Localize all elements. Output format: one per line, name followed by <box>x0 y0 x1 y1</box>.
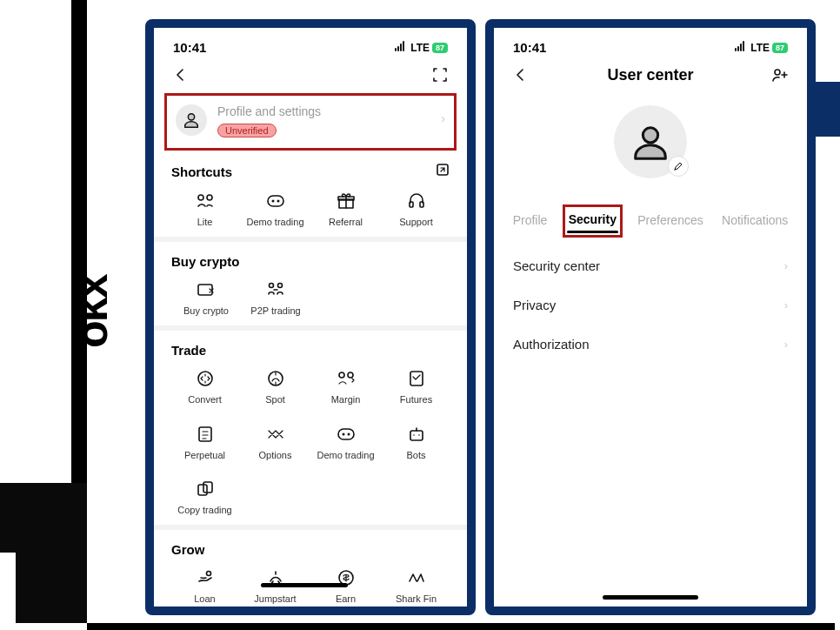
edit-avatar-button[interactable] <box>668 156 689 177</box>
shortcut-label: Spot <box>265 394 285 405</box>
shortcut-copy[interactable]: Copy trading <box>171 479 238 516</box>
svg-rect-23 <box>410 431 423 440</box>
home-indicator <box>603 595 698 600</box>
shortcut-futures[interactable]: Futures <box>383 368 450 405</box>
shortcut-demo[interactable]: Demo trading <box>242 191 309 228</box>
svg-point-3 <box>207 195 212 200</box>
status-bar: 10:41 LTE 87 <box>494 28 807 60</box>
gift-icon <box>334 191 358 211</box>
shortcut-sharkfin[interactable]: Shark Fin <box>383 567 450 605</box>
security-menu: Security center › Privacy › Authorizatio… <box>494 238 807 364</box>
svg-point-13 <box>278 284 283 288</box>
unverified-badge: Unverified <box>217 124 277 137</box>
shortcut-convert[interactable]: Convert <box>171 368 238 405</box>
shortcut-label: Buy crypto <box>183 305 229 317</box>
back-button[interactable] <box>171 65 190 84</box>
shortcut-referral[interactable]: Referral <box>312 191 379 228</box>
shortcut-label: Copy trading <box>177 505 231 516</box>
shortcut-loan[interactable]: Loan <box>171 567 238 605</box>
svg-point-12 <box>270 284 274 288</box>
status-time: 10:41 <box>513 40 546 55</box>
shortcut-label: Options <box>259 450 292 461</box>
svg-point-16 <box>339 372 344 378</box>
section-grow: Grow Loan Jumpstart Earn Shark Fin <box>154 530 467 613</box>
shortcut-support[interactable]: Support <box>383 191 450 228</box>
avatar[interactable] <box>614 105 687 178</box>
chevron-right-icon: › <box>784 259 788 272</box>
svg-point-0 <box>188 114 194 120</box>
shortcut-p2p[interactable]: P2P trading <box>241 279 310 317</box>
deco-block <box>71 0 87 26</box>
svg-rect-10 <box>420 202 423 207</box>
shortcut-label: Jumpstart <box>254 593 296 605</box>
tab-preferences[interactable]: Preferences <box>634 208 706 238</box>
svg-point-5 <box>271 200 274 203</box>
card-icon <box>194 279 218 300</box>
profile-text-col: Profile and settings Unverified <box>217 104 321 137</box>
shortcut-label: Futures <box>400 394 432 405</box>
bot-icon <box>404 424 429 445</box>
signal-icon <box>394 41 408 54</box>
shortcut-bots[interactable]: Bots <box>383 424 450 461</box>
menu-privacy[interactable]: Privacy › <box>494 285 807 325</box>
svg-rect-9 <box>410 202 413 207</box>
deco-bar <box>71 26 87 487</box>
chevron-right-icon: › <box>441 111 445 125</box>
scan-button[interactable] <box>430 65 450 84</box>
tab-notifications[interactable]: Notifications <box>718 208 791 238</box>
shortcut-label: Bots <box>406 450 425 461</box>
section-title: Buy crypto <box>171 254 239 269</box>
p2p-icon <box>263 279 288 300</box>
svg-point-17 <box>348 372 353 378</box>
menu-label: Authorization <box>513 337 590 352</box>
demo-icon <box>263 191 288 211</box>
shortcut-margin[interactable]: Margin <box>312 368 379 405</box>
tab-security[interactable]: Security <box>563 204 623 238</box>
shortcut-buy-crypto[interactable]: Buy crypto <box>171 279 241 317</box>
margin-icon <box>334 368 358 389</box>
shortcut-spot[interactable]: Spot <box>242 368 309 405</box>
lite-icon <box>193 191 217 211</box>
svg-rect-24 <box>198 485 207 495</box>
phone-settings: 10:41 LTE 87 Profile and settings Unveri… <box>145 19 476 615</box>
loan-icon <box>193 567 217 588</box>
copy-icon <box>193 479 217 499</box>
tabs: Profile Security Preferences Notificatio… <box>494 204 807 238</box>
shortcut-label: Earn <box>336 593 356 605</box>
home-indicator <box>261 583 348 587</box>
svg-rect-20 <box>338 429 354 439</box>
menu-label: Security center <box>513 258 600 273</box>
add-user-button[interactable] <box>770 65 790 84</box>
shortcut-perpetual[interactable]: Perpetual <box>171 424 238 461</box>
net-label: LTE <box>750 42 770 54</box>
back-button[interactable] <box>511 65 530 84</box>
svg-point-21 <box>342 432 344 435</box>
menu-authorization[interactable]: Authorization › <box>494 325 807 364</box>
svg-point-22 <box>347 432 350 435</box>
edit-shortcuts-button[interactable] <box>436 163 450 180</box>
status-bar: 10:41 LTE 87 <box>154 28 467 60</box>
section-buy: Buy crypto Buy crypto P2P trading <box>154 242 467 331</box>
section-trade: Trade Convert Spot Margin Futures Perpet… <box>154 331 467 530</box>
section-shortcuts: Shortcuts Lite Demo trading Referral Sup… <box>154 151 467 242</box>
profile-title: Profile and settings <box>217 104 321 118</box>
options-icon <box>263 424 288 445</box>
nav-row: User center <box>494 60 807 88</box>
menu-label: Privacy <box>513 298 556 312</box>
profile-settings-row[interactable]: Profile and settings Unverified › <box>164 93 457 151</box>
shortcut-options[interactable]: Options <box>242 424 309 461</box>
svg-point-26 <box>206 571 210 575</box>
spot-icon <box>263 368 288 389</box>
shortcut-demo2[interactable]: Demo trading <box>312 424 379 461</box>
svg-point-14 <box>198 372 212 385</box>
shortcut-lite[interactable]: Lite <box>171 191 238 228</box>
shortcut-label: Shark Fin <box>396 593 437 605</box>
shortcut-label: Perpetual <box>184 450 225 461</box>
page-title: User center <box>530 66 770 84</box>
menu-security-center[interactable]: Security center › <box>494 246 807 285</box>
brand-label: okx <box>65 275 117 348</box>
svg-rect-19 <box>199 427 211 441</box>
tab-profile[interactable]: Profile <box>510 208 551 238</box>
shortcut-label: Convert <box>188 394 222 405</box>
chevron-right-icon: › <box>784 298 788 312</box>
